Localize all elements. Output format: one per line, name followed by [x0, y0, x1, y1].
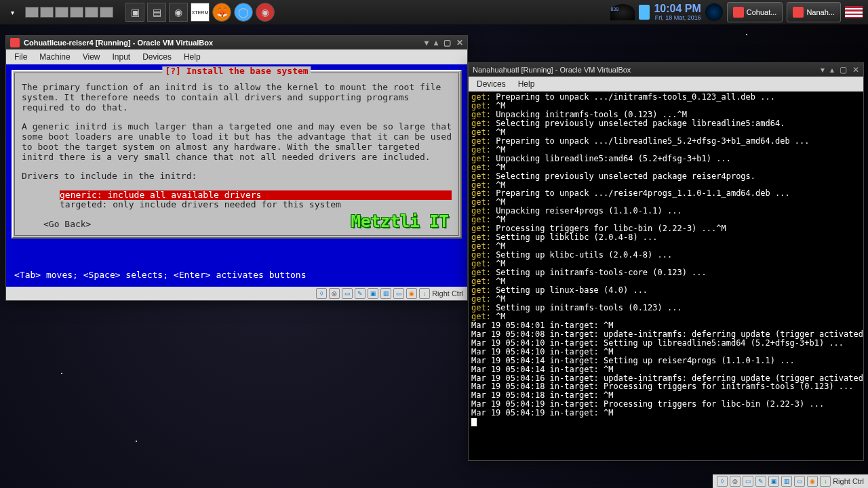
mouse-integration-icon[interactable]: ↓: [419, 288, 430, 299]
chromium-icon[interactable]: ◯: [234, 3, 253, 22]
terminal-line: get: ^M: [471, 128, 861, 137]
maximize-icon[interactable]: ▢: [443, 38, 451, 47]
menu-machine[interactable]: Machine: [34, 51, 75, 63]
menu-down-icon[interactable]: ▾: [425, 38, 429, 47]
keyboard-layout-flag-icon[interactable]: [845, 6, 863, 18]
titlebar[interactable]: Nanahuahuatl [Running] - Oracle VM Virtu…: [469, 63, 863, 77]
clock-date: Fri, 18 Mar, 2016: [654, 15, 701, 22]
floppy-icon[interactable]: ▭: [342, 288, 353, 299]
record-icon[interactable]: ◉: [406, 288, 417, 299]
virtualbox-window-nanahuahuatl: Nanahuahuatl [Running] - Oracle VM Virtu…: [468, 62, 864, 461]
terminal-line: get: ^M: [471, 312, 861, 321]
terminal-line: Mar 19 05:04:01 in-target: ^M: [471, 321, 861, 330]
menu-devices[interactable]: Devices: [137, 51, 177, 63]
terminal-line: get: Setting up libklibc (2.0.4-8) ...: [471, 233, 861, 242]
maximize-icon[interactable]: ▢: [840, 65, 847, 75]
window-title: Nanahuahuatl [Running] - Oracle VM Virtu…: [473, 66, 631, 74]
menu-input[interactable]: Input: [107, 51, 136, 63]
record-icon[interactable]: ◉: [807, 476, 818, 487]
xterm-icon[interactable]: XTERM: [191, 3, 210, 22]
display-icon[interactable]: ▭: [393, 288, 404, 299]
minimize-icon[interactable]: ▴: [830, 65, 834, 75]
menu-devices[interactable]: Devices: [471, 78, 511, 90]
menubar: DevicesHelp: [469, 77, 863, 92]
workspace-switcher[interactable]: [25, 7, 113, 18]
taskbar-window-2[interactable]: Nanah...: [787, 2, 841, 22]
terminal-line: get: ^M: [471, 163, 861, 172]
shared-folder-icon[interactable]: ▥: [380, 288, 391, 299]
watermark: Metztli IT: [351, 213, 450, 232]
mouse-integration-icon[interactable]: ↓: [820, 476, 831, 487]
terminal-line: get: Selecting previously unselected pac…: [471, 119, 861, 128]
desktop: ▾ ▣ ▤ ◉ XTERM 🦊 ◯ ◉ 838 10:04 PM Fri, 18…: [0, 0, 868, 488]
terminal-line: get: Setting up initramfs-tools-core (0.…: [471, 268, 861, 277]
dialog-text-2: A generic initrd is much larger than a t…: [22, 122, 452, 163]
audio-visualizer-icon[interactable]: [705, 3, 723, 21]
terminal-line: get: Unpacking initramfs-tools (0.123) .…: [471, 110, 861, 119]
help-hint: <Tab> moves; <Space> selects; <Enter> ac…: [12, 268, 462, 281]
terminal-line: get: Setting up klibc-utils (2.0.4-8) ..…: [471, 251, 861, 260]
terminal-line: Mar 19 05:04:14 in-target: Setting up re…: [471, 357, 861, 365]
hdd-icon[interactable]: ◊: [316, 288, 327, 299]
terminal-line: Mar 19 05:04:19 in-target: ^M: [471, 409, 861, 418]
window-title: Cohuatlicue-reiser4 [Running] - Oracle V…: [24, 39, 213, 47]
terminal-line: get: Preparing to unpack .../initramfs-t…: [471, 93, 861, 102]
terminal-launcher-icon[interactable]: ▣: [125, 3, 144, 22]
app-menu-dropdown[interactable]: ▾: [7, 9, 18, 16]
terminal-line: Mar 19 05:04:08 in-target: update-initra…: [471, 330, 861, 339]
floppy-icon[interactable]: ▭: [743, 476, 753, 487]
terminal-line: Mar 19 05:04:10 in-target: ^M: [471, 348, 861, 357]
virtualbox-icon: [10, 38, 20, 47]
file-manager-icon[interactable]: ▤: [147, 3, 166, 22]
cpu-gauge[interactable]: 838: [610, 4, 635, 20]
shared-folder-icon[interactable]: ▥: [781, 476, 792, 487]
terminal-line: get: Selecting previously unselected pac…: [471, 172, 861, 181]
vm-terminal[interactable]: get: Preparing to unpack .../initramfs-t…: [469, 92, 863, 460]
menu-help[interactable]: Help: [178, 51, 206, 63]
vm-statusbar: ◊ ◎ ▭ ✎ ▣ ▥ ▭ ◉ ↓ Right Ctrl: [6, 287, 467, 300]
terminal-line: get: Setting up linux-base (4.0) ...: [471, 286, 861, 295]
tv-icon[interactable]: ◉: [169, 3, 188, 22]
menu-view[interactable]: View: [77, 51, 106, 63]
taskbar-window-1[interactable]: Cohuat...: [727, 2, 783, 22]
virtualbox-window-cohuatlicue: Cohuatlicue-reiser4 [Running] - Oracle V…: [5, 35, 468, 301]
clock-time: 10:04 PM: [654, 3, 701, 15]
network-icon[interactable]: ▣: [368, 288, 378, 299]
display-icon[interactable]: ▭: [794, 476, 805, 487]
usb-icon[interactable]: ✎: [355, 288, 366, 299]
terminal-line: get: Setting up initramfs-tools (0.123) …: [471, 304, 861, 312]
terminal-line: get: ^M: [471, 146, 861, 155]
vm-statusbar-2: ◊ ◎ ▭ ✎ ▣ ▥ ▭ ◉ ↓ Right Ctrl: [713, 474, 868, 488]
battery-icon[interactable]: [639, 5, 650, 20]
menu-down-icon[interactable]: ▾: [821, 65, 825, 75]
host-key-label: Right Ctrl: [432, 289, 463, 298]
usb-icon[interactable]: ✎: [755, 476, 766, 487]
terminal-line: get: ^M: [471, 102, 861, 110]
terminal-line: get: Unpacking reiser4progs (1.1.0-1.1) …: [471, 207, 861, 216]
menu-help[interactable]: Help: [513, 78, 540, 90]
host-key-label: Right Ctrl: [833, 477, 864, 485]
cd-icon[interactable]: ◎: [329, 288, 340, 299]
close-icon[interactable]: ✕: [852, 65, 859, 75]
hdd-icon[interactable]: ◊: [717, 476, 728, 487]
option-targeted[interactable]: targeted: only include drivers needed fo…: [60, 200, 452, 210]
close-icon[interactable]: ✕: [456, 38, 463, 47]
terminal-line: Mar 19 05:04:10 in-target: Setting up li…: [471, 339, 861, 348]
firefox-icon[interactable]: 🦊: [212, 3, 231, 22]
cd-icon[interactable]: ◎: [730, 476, 741, 487]
dialog-title: [?] Install the base system: [162, 66, 311, 77]
terminal-line: get: Preparing to unpack .../libreadline…: [471, 137, 861, 146]
app-icon[interactable]: ◉: [256, 3, 275, 22]
terminal-line: get: ^M: [471, 295, 861, 304]
network-icon[interactable]: ▣: [768, 476, 779, 487]
menu-file[interactable]: File: [9, 51, 33, 63]
vm-display[interactable]: [?] Install the base system The primary …: [6, 64, 467, 287]
terminal-line: get: Unpacking libreadline5:amd64 (5.2+d…: [471, 155, 861, 163]
dialog-prompt: Drivers to include in the initrd:: [22, 171, 452, 182]
clock[interactable]: 10:04 PM Fri, 18 Mar, 2016: [654, 3, 701, 21]
terminal-line: get: Preparing to unpack .../reiser4prog…: [471, 189, 861, 198]
titlebar[interactable]: Cohuatlicue-reiser4 [Running] - Oracle V…: [6, 36, 467, 49]
terminal-line: Mar 19 05:04:14 in-target: ^M: [471, 365, 861, 374]
option-generic[interactable]: generic: include all available drivers: [60, 190, 452, 201]
minimize-icon[interactable]: ▴: [434, 38, 438, 47]
